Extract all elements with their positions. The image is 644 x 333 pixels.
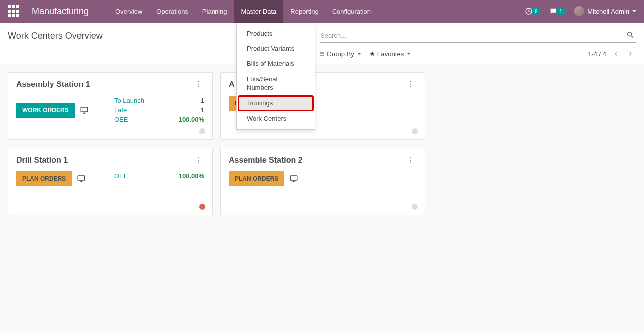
list-icon	[319, 51, 325, 57]
stat-late[interactable]: Late	[114, 106, 127, 114]
activity-indicator[interactable]: 9	[525, 7, 540, 15]
caret-down-icon	[407, 53, 411, 55]
stat-oee[interactable]: OEE	[114, 172, 128, 180]
nav-configuration[interactable]: Configuration	[325, 0, 378, 23]
work-orders-button[interactable]: WORK ORDERS	[16, 103, 75, 118]
dropdown-products[interactable]: Products	[237, 26, 315, 41]
groupby-button[interactable]: Group By	[316, 48, 364, 60]
status-dot[interactable]	[412, 128, 418, 134]
pager-prev[interactable]	[610, 48, 622, 60]
star-icon	[369, 51, 375, 57]
card-menu[interactable]: ⋮	[405, 80, 417, 89]
kanban: Assembly Station 1 ⋮ WORK ORDERS To Laun…	[0, 64, 644, 223]
nav-right: 9 1 Mitchell Admin	[525, 6, 636, 16]
svg-rect-3	[78, 176, 85, 180]
pager-next[interactable]	[624, 48, 636, 60]
messages-indicator[interactable]: 1	[549, 7, 565, 15]
nav-operations[interactable]: Operations	[149, 0, 195, 23]
user-name: Mitchell Admin	[587, 8, 629, 15]
status-dot[interactable]	[199, 128, 205, 134]
card-title: Drill Station 1	[16, 156, 68, 165]
pager: 1-4 / 4	[588, 48, 636, 60]
dropdown-product-variants[interactable]: Product Variants	[237, 41, 315, 56]
favorites-button[interactable]: Favorites	[366, 48, 414, 60]
groupby-label: Group By	[327, 50, 354, 58]
workcenter-card[interactable]: Drill Station 1 ⋮ PLAN ORDERS OEE100.00%	[8, 148, 213, 215]
card-title: A	[229, 80, 235, 89]
card-menu[interactable]: ⋮	[192, 155, 204, 165]
control-panel: Work Centers Overview Filters Group By	[0, 23, 644, 64]
nav-overview[interactable]: Overview	[108, 0, 149, 23]
status-dot[interactable]	[412, 204, 418, 210]
activity-badge: 9	[532, 8, 540, 15]
card-title: Assembly Station 1	[16, 80, 90, 89]
stat-oee[interactable]: OEE	[114, 116, 128, 123]
stat-val: 100.00%	[179, 172, 204, 180]
search-icon[interactable]	[626, 31, 634, 39]
master-data-dropdown: Products Product Variants Bills of Mater…	[236, 23, 315, 130]
caret-down-icon	[632, 10, 636, 12]
svg-rect-2	[81, 107, 88, 112]
avatar	[574, 6, 584, 16]
user-menu[interactable]: Mitchell Admin	[574, 6, 636, 16]
stat-val: 1	[201, 97, 204, 104]
workcenter-card[interactable]: Assembly Station 1 ⋮ WORK ORDERS To Laun…	[8, 72, 213, 140]
card-menu[interactable]: ⋮	[192, 80, 204, 89]
dropdown-bom[interactable]: Bills of Materials	[237, 56, 315, 71]
nav-menu: Overview Operations Planning Master Data…	[108, 0, 378, 23]
stat-val: 1	[201, 106, 204, 114]
monitor-icon[interactable]	[289, 174, 298, 183]
apps-icon[interactable]	[8, 5, 20, 17]
chevron-right-icon	[627, 51, 633, 57]
stat-val: 100.00%	[179, 116, 204, 123]
dropdown-routings[interactable]: Routings	[238, 95, 314, 111]
monitor-icon[interactable]	[77, 174, 86, 183]
search-input[interactable]	[320, 29, 636, 43]
nav-master-data[interactable]: Master Data	[234, 0, 283, 23]
brand[interactable]: Manufacturing	[32, 6, 89, 17]
nav-planning[interactable]: Planning	[195, 0, 234, 23]
plan-orders-button[interactable]: PLAN ORDERS	[16, 171, 72, 186]
svg-rect-4	[291, 176, 298, 180]
dropdown-work-centers[interactable]: Work Centers	[237, 111, 315, 126]
favorites-label: Favorites	[377, 50, 404, 58]
card-title: Assemble Station 2	[229, 156, 303, 165]
page-title: Work Centers Overview	[8, 31, 103, 41]
navbar: Manufacturing Overview Operations Planni…	[0, 0, 644, 23]
search-wrap	[320, 29, 636, 43]
status-dot[interactable]	[199, 204, 205, 210]
monitor-icon[interactable]	[80, 106, 89, 115]
chevron-left-icon	[613, 51, 619, 57]
messages-badge: 1	[556, 8, 565, 15]
dropdown-lots[interactable]: Lots/Serial Numbers	[237, 72, 315, 95]
caret-down-icon	[357, 53, 361, 55]
stat-to-launch[interactable]: To Launch	[114, 97, 144, 104]
pager-text: 1-4 / 4	[588, 50, 606, 58]
card-menu[interactable]: ⋮	[405, 155, 417, 165]
svg-point-1	[628, 32, 632, 36]
workcenter-card[interactable]: Assemble Station 2 ⋮ PLAN ORDERS	[220, 148, 425, 215]
plan-orders-button[interactable]: PLAN ORDERS	[229, 171, 284, 186]
nav-reporting[interactable]: Reporting	[283, 0, 325, 23]
